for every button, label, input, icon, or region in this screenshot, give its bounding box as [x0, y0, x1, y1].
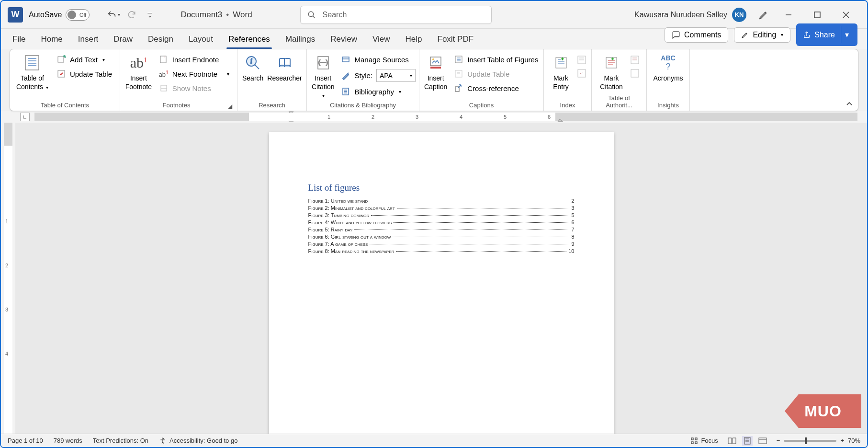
redo-button[interactable] [125, 8, 138, 22]
maximize-button[interactable] [810, 7, 825, 23]
tab-review[interactable]: Review [328, 32, 359, 49]
mark-citation-button[interactable]: Mark Citation [597, 51, 626, 93]
accessibility-status[interactable]: Accessibility: Good to go [159, 437, 237, 445]
citation-style-select[interactable]: Style: APA▾ [338, 68, 418, 83]
group-label: Table of Authorit... [597, 93, 642, 110]
tab-home[interactable]: Home [39, 32, 64, 49]
autosave-toggle[interactable]: AutoSave Off [29, 9, 90, 21]
group-label: Footnotes [125, 101, 228, 110]
print-layout-button[interactable] [742, 436, 753, 446]
share-button[interactable]: Share ▾ [796, 23, 857, 46]
researcher-icon [277, 55, 293, 71]
mark-entry-button[interactable]: Mark Entry [549, 51, 573, 101]
researcher-button[interactable]: Researcher [267, 51, 302, 101]
comments-button[interactable]: Comments [665, 27, 728, 43]
toggle-icon[interactable]: Off [66, 9, 90, 21]
update-toa-button[interactable] [630, 69, 640, 78]
muo-badge: MUO [785, 394, 861, 428]
zoom-value[interactable]: 70% [848, 437, 860, 444]
citation-icon: (—) [315, 55, 331, 71]
insert-endnote-button[interactable]: iInsert Endnote [156, 53, 232, 66]
group-label: Captions [424, 101, 539, 110]
list-item[interactable]: Figure 6: Girl staring out a window8 [308, 234, 575, 240]
read-mode-button[interactable] [727, 436, 737, 446]
list-item[interactable]: Figure 4: White and yellow flowers6 [308, 219, 575, 225]
footnotes-launcher[interactable]: ◢ [228, 103, 232, 110]
qat-customize-button[interactable] [143, 8, 157, 22]
ruler-vertical[interactable]: 1 2 3 4 [1, 123, 15, 448]
bibliography-button[interactable]: Bibliography▾ [338, 85, 418, 98]
table-of-contents-button[interactable]: Table of Contents ▾ [15, 51, 50, 101]
list-item[interactable]: Figure 2: Minimalist and colorful art3 [308, 205, 575, 211]
insert-caption-button[interactable]: Insert Caption [424, 51, 447, 101]
mark-entry-icon [554, 56, 568, 70]
tof-icon [454, 55, 463, 64]
add-text-button[interactable]: Add Text▾ [54, 53, 115, 66]
word-count[interactable]: 789 words [54, 437, 82, 444]
list-item[interactable]: Figure 7: A game of chess9 [308, 241, 575, 247]
show-notes-button[interactable]: Show Notes [156, 82, 232, 94]
zoom-slider[interactable]: − + 70% [777, 437, 860, 444]
right-indent-icon[interactable] [557, 116, 563, 122]
mark-citation-icon [604, 56, 619, 70]
next-footnote-button[interactable]: ab1Next Footnote ▾ [156, 68, 232, 80]
manage-sources-button[interactable]: Manage Sources [338, 53, 418, 66]
page-heading: List of figures [308, 183, 575, 193]
focus-button[interactable]: Focus [690, 437, 718, 445]
close-button[interactable] [838, 7, 854, 23]
figure-label: Figure 2: Minimalist and colorful art [308, 205, 395, 211]
update-toa-icon [630, 69, 640, 78]
svg-rect-1 [814, 12, 820, 18]
tab-layout[interactable]: Layout [187, 32, 215, 49]
minimize-button[interactable] [781, 7, 796, 23]
style-dropdown[interactable]: APA▾ [376, 69, 416, 82]
list-item[interactable]: Figure 1: United we stand2 [308, 198, 575, 204]
figure-label: Figure 1: United we stand [308, 198, 368, 204]
search-input[interactable]: Search [300, 6, 492, 24]
group-label: Insights [652, 101, 685, 110]
insert-citation-button[interactable]: (—) Insert Citation ▾ [312, 51, 334, 101]
tab-draw[interactable]: Draw [112, 32, 135, 49]
ruler-horizontal[interactable]: 1 2 3 4 5 6 [1, 111, 867, 123]
tab-help[interactable]: Help [404, 32, 424, 49]
tab-file[interactable]: File [11, 32, 27, 49]
update-tof-button[interactable]: Update Table [451, 68, 541, 80]
cross-reference-button[interactable]: Cross-reference [451, 82, 541, 94]
list-item[interactable]: Figure 3: Tumbing dominos5 [308, 212, 575, 218]
update-table-button[interactable]: Update Table [54, 68, 115, 80]
tab-references[interactable]: References [226, 32, 272, 49]
tab-selector[interactable] [20, 113, 30, 121]
tab-mailings[interactable]: Mailings [283, 32, 317, 49]
insert-tof-button[interactable]: Insert Table of Figures [451, 53, 541, 66]
autosave-label: AutoSave [29, 11, 62, 19]
user-account[interactable]: Kawusara Nurudeen Salley KN [634, 8, 746, 22]
figure-page: 10 [568, 248, 574, 254]
figure-page: 3 [571, 205, 574, 211]
search-button[interactable]: i Search [242, 51, 263, 101]
insert-index-button[interactable] [577, 55, 586, 65]
web-layout-button[interactable] [757, 436, 768, 446]
group-label: Index [549, 101, 586, 110]
zoom-out-button[interactable]: − [777, 437, 780, 444]
undo-button[interactable]: ▾ [107, 8, 120, 22]
collapse-ribbon-button[interactable] [845, 100, 853, 108]
page-count[interactable]: Page 1 of 10 [8, 437, 43, 444]
svg-rect-22 [578, 69, 586, 77]
tab-view[interactable]: View [371, 32, 392, 49]
editing-mode-button[interactable]: Editing▾ [734, 27, 790, 43]
insert-toa-button[interactable] [630, 55, 640, 65]
insert-footnote-button[interactable]: ab1 Insert Footnote [125, 51, 152, 101]
figure-page: 8 [571, 234, 574, 240]
text-predictions[interactable]: Text Predictions: On [93, 437, 148, 444]
list-item[interactable]: Figure 5: Rainy day7 [308, 227, 575, 232]
document-page[interactable]: List of figures Figure 1: United we stan… [269, 132, 614, 448]
tab-insert[interactable]: Insert [76, 32, 101, 49]
svg-rect-7 [161, 85, 167, 91]
zoom-in-button[interactable]: + [840, 437, 844, 444]
acronyms-button[interactable]: ABC? Acronyms [652, 51, 685, 101]
list-item[interactable]: Figure 8: Man reading the newspaper10 [308, 248, 575, 254]
update-index-button[interactable] [577, 69, 586, 78]
pen-mode-button[interactable] [756, 7, 771, 23]
tab-design[interactable]: Design [146, 32, 175, 49]
tab-foxit[interactable]: Foxit PDF [436, 32, 476, 49]
